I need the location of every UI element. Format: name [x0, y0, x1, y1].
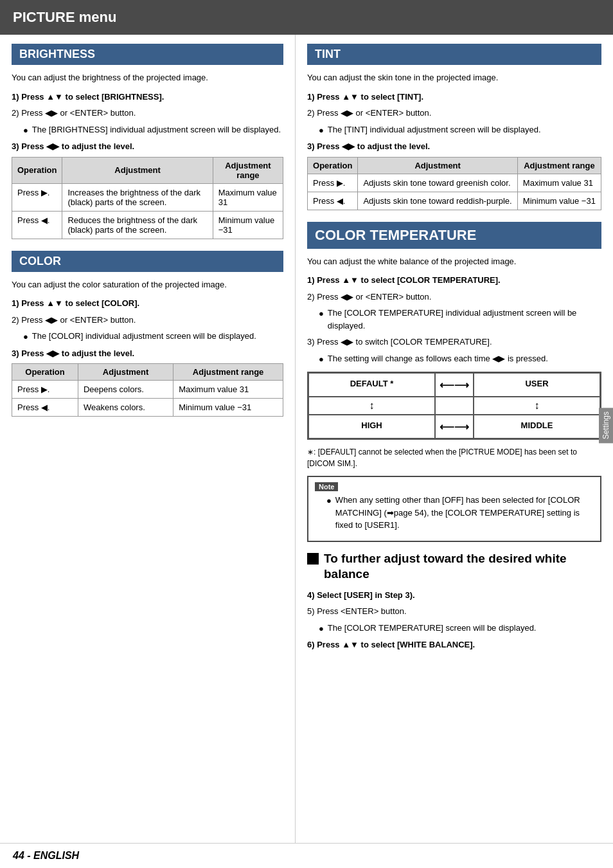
brightness-row1-op: Press ▶. [12, 183, 62, 211]
tint-col-operation: Operation [308, 157, 358, 174]
ct-step1: 1) Press ▲▼ to select [COLOR TEMPERATURE… [307, 274, 601, 287]
bullet-icon: ● [326, 494, 332, 507]
sub-section-title-text: To further adjust toward the desired whi… [324, 551, 601, 583]
ct-arrow-vertical-right: ↕ [474, 397, 600, 415]
brightness-row2-adj: Reduces the brightness of the dark (blac… [62, 211, 213, 239]
settings-tab: Settings [599, 408, 613, 443]
bullet-icon: ● [319, 124, 324, 137]
ct-asterisk-note: ∗: [DEFAULT] cannot be selected when the… [307, 446, 601, 469]
color-step3: 3) Press ◀▶ to adjust the level. [12, 347, 283, 360]
tint-col-range: Adjustment range [517, 157, 601, 174]
ct-step5-label: 5) Press <ENTER> button. [307, 605, 601, 618]
color-desc: You can adjust the color saturation of t… [12, 278, 283, 291]
tint-step3: 3) Press ◀▶ to adjust the level. [307, 140, 601, 153]
color-row1-range: Maximum value 31 [173, 381, 283, 399]
ct-cell-high: HIGH [308, 415, 435, 439]
bullet-icon: ● [319, 307, 324, 320]
note-bullet: ● When any setting other than [OFF] has … [326, 494, 594, 532]
color-row1-adj: Deepens colors. [78, 381, 173, 399]
ct-cell-default: DEFAULT * [308, 373, 435, 397]
note-label: Note [315, 482, 338, 491]
color-row1-op: Press ▶. [12, 381, 78, 399]
left-column: BRIGHTNESS You can adjust the brightness… [0, 35, 296, 843]
color-step1: 1) Press ▲▼ to select [COLOR]. [12, 297, 283, 310]
color-temperature-header: COLOR TEMPERATURE [307, 222, 601, 249]
ct-step5-bullet: ● The [COLOR TEMPERATURE] screen will be… [319, 622, 601, 635]
bullet-icon: ● [23, 124, 28, 137]
ct-step3-bullet: ● The setting will change as follows eac… [319, 352, 601, 366]
brightness-row1-range: Maximum value 31 [213, 183, 283, 211]
tint-col-adjustment: Adjustment [358, 157, 517, 174]
ct-note-box: Note ● When any setting other than [OFF]… [307, 476, 601, 542]
tint-table: Operation Adjustment Adjustment range Pr… [307, 157, 601, 210]
brightness-section: BRIGHTNESS You can adjust the brightness… [12, 44, 283, 239]
content-area: Settings BRIGHTNESS You can adjust the b… [0, 35, 613, 843]
color-header: COLOR [12, 251, 283, 272]
ct-desc: You can adjust the white balance of the … [307, 255, 601, 268]
tint-row1-op: Press ▶. [308, 174, 358, 192]
ct-step2-bullet: ● The [COLOR TEMPERATURE] individual adj… [319, 307, 601, 332]
brightness-row2-range: Minimum value −31 [213, 211, 283, 239]
page: PICTURE menu Settings BRIGHTNESS You can… [0, 0, 613, 868]
bullet-icon: ● [319, 353, 324, 366]
ct-cell-user: USER [474, 373, 600, 397]
color-row2-op: Press ◀. [12, 399, 78, 417]
tint-desc: You can adjust the skin tone in the proj… [307, 71, 601, 84]
table-row: Press ▶. Deepens colors. Maximum value 3… [12, 381, 283, 399]
ct-step4: 4) Select [USER] in Step 3). [307, 589, 601, 602]
ct-spacer [435, 397, 474, 415]
bullet-icon: ● [23, 330, 28, 343]
brightness-step3: 3) Press ◀▶ to adjust the level. [12, 140, 283, 153]
brightness-row1-adj: Increases the brightness of the dark (bl… [62, 183, 213, 211]
tint-row2-adj: Adjusts skin tone toward reddish-purple. [358, 192, 517, 210]
brightness-table: Operation Adjustment Adjustment range Pr… [12, 157, 283, 239]
brightness-header: BRIGHTNESS [12, 44, 283, 65]
color-section: COLOR You can adjust the color saturatio… [12, 251, 283, 417]
color-row2-adj: Weakens colors. [78, 399, 173, 417]
brightness-desc: You can adjust the brightness of the pro… [12, 71, 283, 84]
table-row: Press ◀. Adjusts skin tone toward reddis… [308, 192, 601, 210]
ct-cell-middle: MIDDLE [474, 415, 600, 439]
tint-row2-range: Minimum value −31 [517, 192, 601, 210]
color-row2-range: Minimum value −31 [173, 399, 283, 417]
ct-step2-label: 2) Press ◀▶ or <ENTER> button. [307, 291, 601, 303]
ct-step3-label: 3) Press ◀▶ to switch [COLOR TEMPERATURE… [307, 336, 601, 348]
brightness-step2-bullet: ● The [BRIGHTNESS] individual adjustment… [23, 123, 283, 137]
footer-text: 44 - ENGLISH [13, 850, 79, 861]
color-step2-label: 2) Press ◀▶ or <ENTER> button. [12, 314, 283, 327]
brightness-col-range: Adjustment range [213, 157, 283, 183]
brightness-step2-label: 2) Press ◀▶ or <ENTER> button. [12, 107, 283, 120]
tint-row1-range: Maximum value 31 [517, 174, 601, 192]
color-temperature-section: COLOR TEMPERATURE You can adjust the whi… [307, 222, 601, 651]
ct-step6: 6) Press ▲▼ to select [WHITE BALANCE]. [307, 638, 601, 651]
page-title: PICTURE menu [13, 9, 116, 25]
black-square-icon [307, 553, 319, 565]
color-col-operation: Operation [12, 364, 78, 381]
color-table: Operation Adjustment Adjustment range Pr… [12, 363, 283, 417]
tint-section: TINT You can adjust the skin tone in the… [307, 44, 601, 210]
table-row: Press ◀. Reduces the brightness of the d… [12, 211, 283, 239]
ct-arrow-horizontal-bottom: ⟵⟶ [435, 415, 474, 439]
tint-step1: 1) Press ▲▼ to select [TINT]. [307, 91, 601, 104]
tint-row1-adj: Adjusts skin tone toward greenish color. [358, 174, 517, 192]
ct-diagram: DEFAULT * ⟵⟶ USER ↕ ↕ HIGH ⟵⟶ MIDDLE [307, 372, 601, 440]
ct-arrow-vertical-left: ↕ [308, 397, 435, 415]
table-row: Press ▶. Increases the brightness of the… [12, 183, 283, 211]
page-header: PICTURE menu [0, 0, 613, 35]
page-footer: 44 - ENGLISH [0, 843, 613, 868]
table-row: Press ◀. Weakens colors. Minimum value −… [12, 399, 283, 417]
tint-row2-op: Press ◀. [308, 192, 358, 210]
right-column: TINT You can adjust the skin tone in the… [296, 35, 613, 843]
color-col-range: Adjustment range [173, 364, 283, 381]
bullet-icon: ● [319, 622, 324, 635]
color-step2-bullet: ● The [COLOR] individual adjustment scre… [23, 330, 283, 343]
color-col-adjustment: Adjustment [78, 364, 173, 381]
tint-step2-bullet: ● The [TINT] individual adjustment scree… [319, 123, 601, 137]
brightness-row2-op: Press ◀. [12, 211, 62, 239]
tint-header: TINT [307, 44, 601, 65]
brightness-col-operation: Operation [12, 157, 62, 183]
brightness-col-adjustment: Adjustment [62, 157, 213, 183]
table-row: Press ▶. Adjusts skin tone toward greeni… [308, 174, 601, 192]
ct-arrow-horizontal-top: ⟵⟶ [435, 373, 474, 397]
ct-note-text: When any setting other than [OFF] has be… [335, 494, 594, 532]
